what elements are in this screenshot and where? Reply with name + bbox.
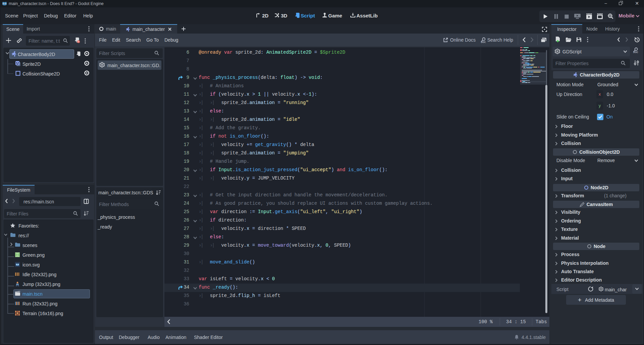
svg-text:DOC: DOC [633, 51, 638, 53]
svg-text:DOC: DOC [481, 41, 486, 43]
